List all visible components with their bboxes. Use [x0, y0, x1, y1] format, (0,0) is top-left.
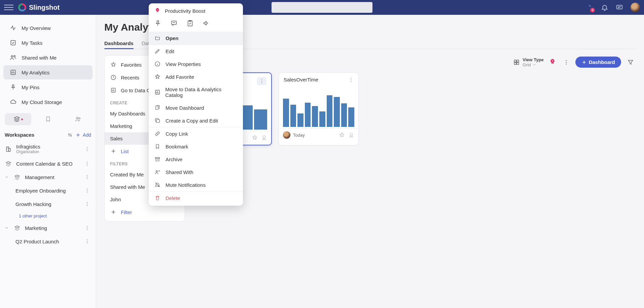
- menu-item-archive[interactable]: Archive: [149, 153, 243, 166]
- menu-item-label: Create a Copy and Edit: [166, 118, 218, 124]
- star-icon: [154, 74, 161, 80]
- menu-item-label: Delete: [166, 195, 180, 201]
- menu-item-label: Bookmark: [166, 144, 188, 149]
- menu-item-bookmark[interactable]: Bookmark: [149, 140, 243, 153]
- menu-item-move-dashboard[interactable]: Move Dashboard: [149, 101, 243, 114]
- menu-item-copy-link[interactable]: Copy Link: [149, 127, 243, 140]
- menu-item-label: View Properties: [166, 61, 201, 67]
- context-menu: Productivity Boost OpenEditView Properti…: [149, 3, 243, 206]
- archive-icon: [154, 156, 161, 162]
- trash-icon: [154, 195, 161, 201]
- menu-item-label: Copy Link: [166, 131, 188, 137]
- svg-rect-55: [155, 158, 159, 159]
- menu-item-label: Add Favorite: [166, 74, 194, 80]
- announce-icon[interactable]: [203, 20, 210, 27]
- link-icon: [154, 131, 161, 137]
- menu-item-open[interactable]: Open: [149, 32, 243, 44]
- menu-item-view-properties[interactable]: View Properties: [149, 58, 243, 70]
- context-menu-quick-actions: [149, 17, 243, 32]
- mute-icon: [154, 182, 161, 188]
- svg-point-56: [156, 171, 158, 172]
- menu-item-create-a-copy-and-edit[interactable]: Create a Copy and Edit: [149, 114, 243, 127]
- pin-icon[interactable]: [154, 20, 162, 27]
- menu-item-label: Move to Data & Analytics Catalog: [165, 87, 238, 98]
- task-icon[interactable]: [186, 20, 194, 27]
- rocket-icon: [154, 7, 161, 14]
- menu-item-edit[interactable]: Edit: [149, 45, 243, 58]
- menu-item-label: Open: [166, 35, 178, 41]
- svg-rect-54: [156, 119, 159, 123]
- bookmark-icon: [154, 143, 161, 149]
- folder-icon: [154, 35, 161, 41]
- menu-item-add-favorite[interactable]: Add Favorite: [149, 70, 243, 83]
- comment-icon[interactable]: [170, 20, 178, 27]
- svg-point-48: [157, 9, 158, 10]
- menu-item-mute-notifications[interactable]: Mute Notifications: [149, 178, 243, 191]
- pencil-icon: [154, 48, 161, 54]
- svg-rect-53: [156, 106, 158, 110]
- context-menu-title: Productivity Boost: [165, 8, 205, 14]
- context-menu-overlay[interactable]: Productivity Boost OpenEditView Properti…: [0, 0, 644, 308]
- menu-item-label: Archive: [166, 157, 182, 162]
- menu-item-shared-with[interactable]: Shared With: [149, 166, 243, 178]
- menu-item-label: Edit: [166, 48, 174, 54]
- move-icon: [154, 105, 161, 111]
- menu-item-label: Shared With: [166, 169, 193, 175]
- catalog-icon: [154, 89, 160, 95]
- info-icon: [154, 61, 161, 67]
- copy-icon: [154, 117, 161, 124]
- menu-item-delete[interactable]: Delete: [149, 192, 243, 204]
- menu-item-label: Mute Notifications: [166, 182, 206, 188]
- menu-item-move-to-data-analytics-catalog[interactable]: Move to Data & Analytics Catalog: [149, 83, 243, 101]
- context-menu-header: Productivity Boost: [149, 3, 243, 17]
- menu-item-label: Move Dashboard: [166, 105, 204, 111]
- share-icon: [154, 169, 161, 175]
